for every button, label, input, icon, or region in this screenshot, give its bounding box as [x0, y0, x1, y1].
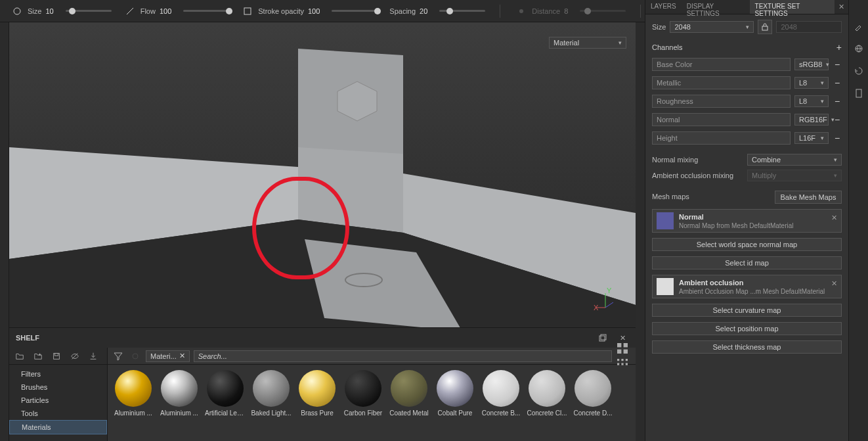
channel-height[interactable]: Height [652, 131, 791, 145]
remove-channel-icon[interactable]: − [833, 59, 842, 70]
close-icon[interactable]: ✕ [831, 279, 837, 288]
axis-gizmo: XY [594, 288, 617, 312]
tab-display-settings[interactable]: DISPLAY SETTINGS [682, 0, 750, 14]
viewport-material-dropdown[interactable]: Material ▾ [549, 37, 626, 49]
svg-rect-1 [244, 8, 251, 14]
3d-viewport[interactable]: XY Material ▾ [9, 22, 636, 327]
svg-rect-34 [626, 359, 628, 361]
close-icon[interactable]: ✕ [179, 352, 185, 360]
material-item[interactable]: Cobalt Pure [435, 370, 475, 417]
material-item[interactable]: Baked Light... [251, 370, 292, 417]
add-channel-icon[interactable]: + [836, 42, 842, 53]
normal-mixing-dropdown[interactable]: Combine▾ [747, 154, 842, 166]
channel-roughness[interactable]: Roughness [652, 95, 791, 108]
chevron-down-icon: ▾ [618, 39, 622, 46]
svg-rect-31 [624, 349, 628, 353]
annotation-circle [252, 177, 349, 279]
material-item[interactable]: Concrete B... [481, 370, 521, 417]
distance-slider [580, 10, 626, 12]
close-icon[interactable]: ✕ [831, 214, 837, 222]
restore-icon[interactable] [596, 331, 609, 344]
stroke-opacity-value: 100 [308, 7, 320, 15]
size-label: Size [28, 7, 41, 15]
svg-text:Y: Y [607, 288, 612, 294]
shelf-cat-materials[interactable]: Materials [9, 420, 107, 434]
mesh-maps-label: Mesh maps [652, 193, 771, 200]
shelf-cat-tools[interactable]: Tools [9, 407, 107, 420]
spacing-slider[interactable] [439, 10, 485, 12]
remove-channel-icon[interactable]: − [833, 96, 842, 106]
channel-normal-format[interactable]: RGB16F▾ [794, 114, 829, 126]
svg-rect-22 [856, 89, 861, 97]
materials-grid: Aluminium ... Aluminium ... Artificial L… [108, 365, 636, 441]
ao-mixing-dropdown: Multiply▾ [747, 170, 842, 181]
search-input[interactable]: Search... [194, 350, 612, 362]
shelf-cat-filters[interactable]: Filters [9, 367, 107, 381]
ao-map-thumb [657, 278, 674, 295]
channel-base-color-format[interactable]: sRGB8▾ [794, 58, 829, 70]
shelf-cat-brushes[interactable]: Brushes [9, 381, 107, 394]
new-folder-icon[interactable] [32, 350, 45, 363]
filter-chip-materials[interactable]: Materi...✕ [146, 350, 190, 362]
import-icon[interactable] [87, 350, 100, 363]
shelf-cat-particles[interactable]: Particles [9, 394, 107, 407]
mesh-map-normal[interactable]: Normal Normal Map from Mesh DefaultMater… [652, 209, 842, 233]
shelf-title: SHELF [16, 334, 39, 342]
material-item[interactable]: Brass Pure [297, 370, 337, 417]
tab-layers[interactable]: LAYERS [645, 0, 682, 14]
channel-base-color[interactable]: Base Color [652, 58, 791, 71]
material-item[interactable]: Carbon Fiber [343, 370, 383, 417]
ao-map-title: Ambient occlusion [679, 279, 825, 287]
distance-icon [515, 5, 528, 18]
close-icon[interactable]: ✕ [835, 0, 848, 14]
material-item[interactable]: Artificial Lea... [205, 370, 246, 417]
distance-label: Distance [532, 7, 560, 15]
spacing-value: 20 [420, 7, 427, 15]
size-dropdown[interactable]: 2048▾ [670, 21, 754, 33]
eye-off-icon[interactable] [68, 350, 81, 363]
material-item[interactable]: Coated Metal [389, 370, 429, 417]
opacity-slider[interactable] [332, 10, 378, 12]
select-id-map-button[interactable]: Select id map [652, 256, 842, 269]
lock-icon[interactable] [758, 20, 772, 34]
folder-icon[interactable] [13, 350, 26, 363]
select-curvature-map-button[interactable]: Select curvature map [652, 304, 842, 317]
grid-large-icon[interactable] [616, 342, 629, 355]
flow-icon [123, 5, 137, 18]
remove-channel-icon[interactable]: − [833, 78, 842, 88]
opacity-icon [241, 5, 254, 18]
spacing-label: Spacing [389, 7, 416, 15]
flow-slider[interactable] [183, 10, 229, 12]
channel-height-format[interactable]: L16F▾ [794, 132, 829, 144]
channel-metallic-format[interactable]: L8▾ [794, 77, 829, 89]
svg-point-0 [14, 8, 20, 14]
material-item[interactable]: Concrete Cl... [527, 370, 567, 417]
history-icon[interactable] [852, 64, 865, 78]
filter-icon[interactable] [112, 350, 125, 363]
bake-mesh-maps-button[interactable]: Bake Mesh Maps [775, 191, 842, 204]
size-value: 10 [45, 7, 53, 15]
tab-texture-set-settings[interactable]: TEXTURE SET SETTINGS [750, 0, 835, 14]
svg-rect-32 [617, 359, 619, 361]
save-icon[interactable] [50, 350, 63, 363]
shelf-panel: SHELF ✕ Filters Brushes Particles Tools … [9, 327, 636, 441]
select-world-space-normal-map-button[interactable]: Select world space normal map [652, 238, 842, 251]
scene-render: XY [9, 22, 636, 327]
material-item[interactable]: Aluminium ... [113, 370, 154, 417]
remove-channel-icon[interactable]: − [833, 133, 842, 143]
channel-roughness-format[interactable]: L8▾ [794, 95, 829, 107]
brush-icon[interactable] [852, 20, 865, 33]
flow-label: Flow [141, 7, 156, 15]
select-thickness-map-button[interactable]: Select thickness map [652, 340, 842, 354]
document-icon[interactable] [852, 87, 865, 100]
select-position-map-button[interactable]: Select position map [652, 322, 842, 335]
size-slider[interactable] [66, 10, 112, 12]
globe-icon[interactable] [852, 42, 865, 55]
remove-channel-icon[interactable]: − [833, 114, 842, 125]
channel-metallic[interactable]: Metallic [652, 76, 791, 89]
material-item[interactable]: Aluminium ... [159, 370, 200, 417]
material-item[interactable]: Concrete D... [573, 370, 613, 417]
mesh-map-ao[interactable]: Ambient occlusion Ambient Occlusion Map … [652, 275, 842, 298]
svg-rect-26 [54, 353, 58, 356]
channel-normal[interactable]: Normal [652, 113, 791, 126]
